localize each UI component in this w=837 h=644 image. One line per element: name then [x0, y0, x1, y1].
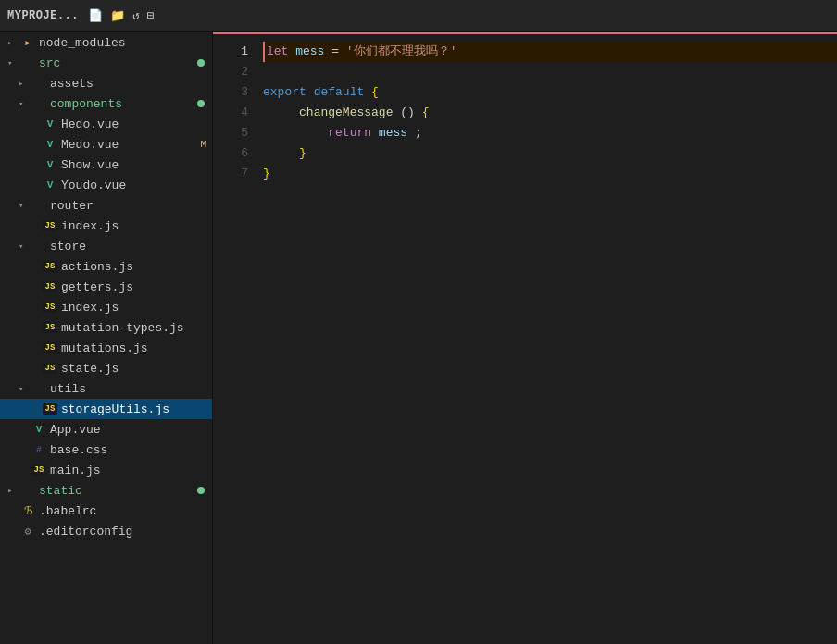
arrow-router — [19, 201, 30, 211]
sidebar-item-src[interactable]: src — [0, 53, 212, 73]
arrow-utils — [19, 384, 30, 394]
indent5 — [263, 126, 320, 140]
refresh-icon[interactable]: ↺ — [132, 8, 140, 23]
semicolon: ; — [415, 126, 422, 140]
sidebar-item-app-vue[interactable]: V App.vue — [0, 419, 212, 440]
babelrc-label: .babelrc — [39, 504, 212, 518]
js-icon-state: JS — [43, 363, 57, 374]
js-icon-mutations: JS — [43, 342, 57, 353]
line-num-6: 6 — [213, 143, 248, 164]
var-mess: mess — [295, 44, 324, 58]
editor-content[interactable]: 1 2 3 4 5 6 7 let mess = '你们都不理我吗？' — [213, 34, 837, 644]
sidebar-item-hedo-vue[interactable]: V Hedo.vue — [0, 114, 212, 134]
code-line-4: changeMessage () { — [263, 103, 837, 123]
keyword-let: let — [267, 44, 288, 58]
brace-fn-close: } — [299, 146, 306, 160]
sidebar-item-show-vue[interactable]: V Show.vue — [0, 155, 212, 175]
sidebar-item-base-css[interactable]: # base.css — [0, 440, 212, 460]
brace-fn-open: { — [422, 105, 430, 119]
sidebar-item-utils[interactable]: utils — [0, 378, 212, 399]
css-icon-base: # — [31, 445, 46, 455]
sidebar-item-youdo-vue[interactable]: V Youdo.vue — [0, 175, 212, 195]
storage-utils-label: storageUtils.js — [61, 402, 212, 416]
sidebar-item-mutation-types[interactable]: JS mutation-types.js — [0, 317, 212, 338]
sidebar-item-medo-vue[interactable]: V Medo.vue M — [0, 134, 212, 155]
js-icon-mutation-types: JS — [43, 322, 57, 333]
js-icon-storage-utils: JS — [43, 403, 57, 415]
fn-change-message: changeMessage — [299, 105, 393, 119]
node-modules-label: node_modules — [39, 36, 212, 50]
sidebar-item-components[interactable]: components — [0, 93, 212, 114]
code-line-5: return mess ; — [263, 123, 837, 143]
sidebar-item-storage-utils[interactable]: JS storageUtils.js — [0, 399, 212, 419]
components-dot — [197, 100, 205, 107]
sidebar-item-main-js[interactable]: JS main.js — [0, 460, 212, 480]
code-line-7: } — [263, 164, 837, 184]
new-file-icon[interactable]: 📄 — [88, 8, 103, 23]
parens: () — [400, 105, 415, 119]
utils-label: utils — [50, 382, 212, 396]
keyword-export: export — [263, 85, 306, 99]
sidebar-item-store[interactable]: store — [0, 236, 212, 256]
arrow-assets — [19, 79, 30, 89]
var-mess-return: mess — [379, 126, 407, 140]
js-icon-main: JS — [31, 464, 46, 476]
components-label: components — [50, 97, 197, 111]
line-num-7: 7 — [213, 164, 248, 184]
sidebar-item-router-index[interactable]: JS index.js — [0, 216, 212, 236]
js-icon-getters: JS — [43, 281, 57, 292]
sidebar-item-node-modules[interactable]: ▸ node_modules — [0, 32, 212, 53]
line-num-1: 1 — [213, 42, 248, 62]
actions-label: actions.js — [61, 260, 212, 274]
js-icon-store-index: JS — [43, 302, 57, 313]
code-editor[interactable]: let mess = '你们都不理我吗？' export default { — [259, 42, 837, 637]
code-line-6: } — [263, 143, 837, 164]
sidebar-item-assets[interactable]: assets — [0, 73, 212, 93]
static-dot — [197, 487, 205, 494]
title-bar: MYPROJE... 📄 📁 ↺ ⊟ — [0, 0, 837, 32]
sidebar-item-editorconfig[interactable]: ⚙ .editorconfig — [0, 521, 212, 541]
new-folder-icon[interactable]: 📁 — [110, 8, 125, 23]
babel-icon: ℬ — [20, 504, 35, 518]
sidebar-item-static[interactable]: static — [0, 480, 212, 501]
code-line-2 — [263, 62, 837, 82]
vue-icon-app: V — [31, 424, 46, 435]
sidebar-item-babelrc[interactable]: ℬ .babelrc — [0, 501, 212, 521]
line-num-3: 3 — [213, 82, 248, 103]
sidebar: ▸ node_modules src assets components V — [0, 32, 213, 644]
sidebar-item-mutations[interactable]: JS mutations.js — [0, 338, 212, 358]
main-layout: ▸ node_modules src assets components V — [0, 32, 837, 644]
getters-label: getters.js — [61, 280, 212, 294]
collapse-icon[interactable]: ⊟ — [147, 8, 155, 23]
vue-icon-hedo: V — [43, 118, 57, 130]
sidebar-item-router[interactable]: router — [0, 195, 212, 216]
arrow-static — [7, 486, 19, 496]
line-num-4: 4 — [213, 103, 248, 123]
arrow-node-modules — [7, 38, 19, 48]
gear-icon-editorconfig: ⚙ — [20, 525, 35, 539]
editorconfig-label: .editorconfig — [39, 525, 212, 539]
main-js-label: main.js — [50, 464, 212, 477]
vue-icon-medo: V — [43, 139, 57, 150]
sidebar-item-actions[interactable]: JS actions.js — [0, 256, 212, 277]
brace-open: { — [371, 85, 379, 99]
sidebar-item-store-index[interactable]: JS index.js — [0, 297, 212, 317]
src-dot — [197, 59, 205, 67]
line-numbers: 1 2 3 4 5 6 7 — [213, 42, 259, 637]
sidebar-item-state[interactable]: JS state.js — [0, 358, 212, 378]
store-label: store — [50, 240, 212, 254]
js-icon-actions: JS — [43, 261, 57, 272]
line-num-5: 5 — [213, 123, 248, 143]
folder-icon: ▸ — [20, 35, 35, 50]
store-index-label: index.js — [61, 301, 212, 315]
sidebar-item-getters[interactable]: JS getters.js — [0, 277, 212, 297]
mutation-types-label: mutation-types.js — [61, 321, 212, 335]
arrow-components — [19, 99, 30, 109]
string-value: '你们都不理我吗？' — [346, 44, 457, 58]
keyword-default: default — [314, 85, 365, 99]
medo-badge: M — [200, 139, 206, 150]
keyword-return: return — [328, 126, 371, 140]
arrow-store — [19, 242, 30, 252]
project-name: MYPROJE... — [7, 9, 79, 22]
static-label: static — [39, 484, 197, 498]
